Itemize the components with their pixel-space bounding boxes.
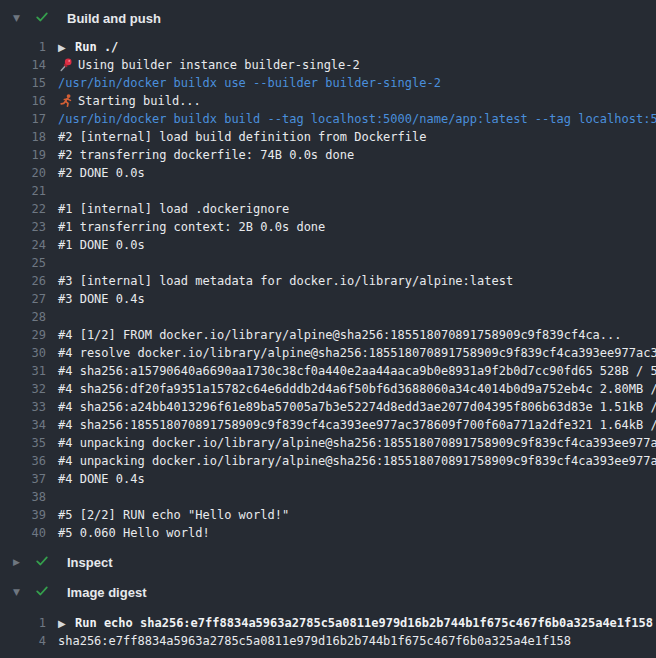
line-number[interactable]: 14 <box>0 58 46 72</box>
play-icon[interactable]: ▶ <box>58 618 69 629</box>
line-number[interactable]: 36 <box>0 454 46 468</box>
log-line: 23#1 transferring context: 2B 0.0s done <box>0 218 656 236</box>
log-text: #3 DONE 0.4s <box>58 292 145 306</box>
log-line: 39#5 [2/2] RUN echo "Hello world!" <box>0 506 656 524</box>
line-number[interactable]: 40 <box>0 526 46 540</box>
log-line: 31#4 sha256:a15790640a6690aa1730c38cf0a4… <box>0 362 656 380</box>
line-number[interactable]: 38 <box>0 490 46 504</box>
log-line: 26#3 [internal] load metadata for docker… <box>0 272 656 290</box>
log-text: #1 [internal] load .dockerignore <box>58 202 289 216</box>
log-text: #4 [1/2] FROM docker.io/library/alpine@s… <box>58 328 622 342</box>
step-title: Build and push <box>67 11 161 26</box>
line-number[interactable]: 28 <box>0 310 46 324</box>
line-number[interactable]: 31 <box>0 364 46 378</box>
line-number[interactable]: 29 <box>0 328 46 342</box>
log-line: 40#5 0.060 Hello world! <box>0 524 656 542</box>
log-text: #4 sha256:a15790640a6690aa1730c38cf0a440… <box>58 364 656 378</box>
log-text: #5 [2/2] RUN echo "Hello world!" <box>58 508 289 522</box>
log-line: 37#4 DONE 0.4s <box>0 470 656 488</box>
play-icon[interactable]: ▶ <box>58 42 69 53</box>
log-line: 22#1 [internal] load .dockerignore <box>0 200 656 218</box>
line-number[interactable]: 33 <box>0 400 46 414</box>
log-text: /usr/bin/docker buildx use --builder bui… <box>58 76 441 90</box>
line-number[interactable]: 26 <box>0 274 46 288</box>
line-number[interactable]: 17 <box>0 112 46 126</box>
step-title: Image digest <box>67 585 146 600</box>
log-text: Run ./ <box>75 40 118 54</box>
log-text: Using builder instance builder-single-2 <box>78 58 360 72</box>
step-header-inspect[interactable]: ▶Inspect <box>0 550 656 574</box>
log-line: 15/usr/bin/docker buildx use --builder b… <box>0 74 656 92</box>
log-line: 24#1 DONE 0.0s <box>0 236 656 254</box>
log-line: 17/usr/bin/docker buildx build --tag loc… <box>0 110 656 128</box>
chevron-down-icon[interactable]: ▼ <box>13 587 35 597</box>
line-number[interactable]: 35 <box>0 436 46 450</box>
log-text: #5 0.060 Hello world! <box>58 526 210 540</box>
log-line: 20#2 DONE 0.0s <box>0 164 656 182</box>
log-block-build-and-push: 1▶Run ./14Using builder instance builder… <box>0 38 656 542</box>
line-number[interactable]: 34 <box>0 418 46 432</box>
log-line: 18#2 [internal] load build definition fr… <box>0 128 656 146</box>
line-number[interactable]: 39 <box>0 508 46 522</box>
log-text: #4 sha256:a24bb4013296f61e89ba57005a7b3e… <box>58 400 656 414</box>
line-number[interactable]: 4 <box>0 634 46 648</box>
log-line: 32#4 sha256:df20fa9351a15782c64e6dddb2d4… <box>0 380 656 398</box>
line-number[interactable]: 25 <box>0 256 46 270</box>
line-number[interactable]: 19 <box>0 148 46 162</box>
step-title: Inspect <box>67 555 113 570</box>
log-text: #2 [internal] load build definition from… <box>58 130 426 144</box>
runner-icon <box>58 93 74 109</box>
log-line: 29#4 [1/2] FROM docker.io/library/alpine… <box>0 326 656 344</box>
workflow-log-viewer: ▼Build and push1▶Run ./14Using builder i… <box>0 6 656 650</box>
step-header-image-digest[interactable]: ▼Image digest <box>0 580 656 604</box>
log-line: 38 <box>0 488 656 506</box>
log-line: 16Starting build... <box>0 92 656 110</box>
line-number[interactable]: 20 <box>0 166 46 180</box>
step-header-build-and-push[interactable]: ▼Build and push <box>0 6 656 30</box>
log-text: /usr/bin/docker buildx build --tag local… <box>58 112 656 126</box>
log-text: #4 resolve docker.io/library/alpine@sha2… <box>58 346 656 360</box>
log-line: 25 <box>0 254 656 272</box>
line-number[interactable]: 1 <box>0 40 46 54</box>
line-number[interactable]: 32 <box>0 382 46 396</box>
log-line: 34#4 sha256:185518070891758909c9f839cf4c… <box>0 416 656 434</box>
check-icon <box>35 10 49 24</box>
log-line: 4sha256:e7ff8834a5963a2785c5a0811e979d16… <box>0 632 656 650</box>
log-line: 1▶Run echo sha256:e7ff8834a5963a2785c5a0… <box>0 614 656 632</box>
log-line: 21 <box>0 182 656 200</box>
log-line: 14Using builder instance builder-single-… <box>0 56 656 74</box>
log-text: #4 sha256:df20fa9351a15782c64e6dddb2d4a6… <box>58 382 656 396</box>
log-text: Run echo sha256:e7ff8834a5963a2785c5a081… <box>75 616 653 630</box>
log-line: 35#4 unpacking docker.io/library/alpine@… <box>0 434 656 452</box>
line-number[interactable]: 27 <box>0 292 46 306</box>
log-text: #1 DONE 0.0s <box>58 238 145 252</box>
log-text: #2 DONE 0.0s <box>58 166 145 180</box>
log-text: Starting build... <box>78 94 201 108</box>
line-number[interactable]: 16 <box>0 94 46 108</box>
log-text: sha256:e7ff8834a5963a2785c5a0811e979d16b… <box>58 634 571 648</box>
line-number[interactable]: 15 <box>0 76 46 90</box>
check-icon <box>35 554 49 568</box>
log-line: 1▶Run ./ <box>0 38 656 56</box>
log-text: #1 transferring context: 2B 0.0s done <box>58 220 325 234</box>
log-block-image-digest: 1▶Run echo sha256:e7ff8834a5963a2785c5a0… <box>0 614 656 650</box>
line-number[interactable]: 18 <box>0 130 46 144</box>
log-text: #4 DONE 0.4s <box>58 472 145 486</box>
check-icon <box>35 584 49 598</box>
line-number[interactable]: 22 <box>0 202 46 216</box>
pin-icon <box>58 57 74 73</box>
line-number[interactable]: 37 <box>0 472 46 486</box>
log-line: 33#4 sha256:a24bb4013296f61e89ba57005a7b… <box>0 398 656 416</box>
chevron-right-icon[interactable]: ▶ <box>13 557 35 567</box>
log-text: #4 unpacking docker.io/library/alpine@sh… <box>58 436 656 450</box>
line-number[interactable]: 21 <box>0 184 46 198</box>
line-number[interactable]: 1 <box>0 616 46 630</box>
chevron-down-icon[interactable]: ▼ <box>13 13 35 23</box>
log-line: 36#4 unpacking docker.io/library/alpine@… <box>0 452 656 470</box>
line-number[interactable]: 30 <box>0 346 46 360</box>
log-line: 30#4 resolve docker.io/library/alpine@sh… <box>0 344 656 362</box>
log-line: 27#3 DONE 0.4s <box>0 290 656 308</box>
line-number[interactable]: 24 <box>0 238 46 252</box>
log-text: #3 [internal] load metadata for docker.i… <box>58 274 513 288</box>
line-number[interactable]: 23 <box>0 220 46 234</box>
